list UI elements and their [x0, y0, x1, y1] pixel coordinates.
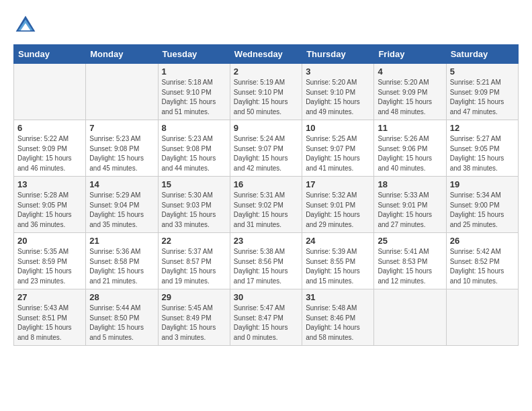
- calendar-cell: [14, 64, 86, 120]
- day-info: Sunrise: 5:26 AM Sunset: 9:06 PM Dayligh…: [378, 134, 442, 173]
- calendar-cell: 15Sunrise: 5:30 AM Sunset: 9:03 PM Dayli…: [158, 177, 230, 233]
- day-number: 2: [234, 66, 298, 77]
- calendar-cell: 4Sunrise: 5:20 AM Sunset: 9:09 PM Daylig…: [374, 64, 446, 120]
- header-day-monday: Monday: [86, 45, 158, 64]
- logo: [13, 13, 42, 38]
- day-info: Sunrise: 5:28 AM Sunset: 9:05 PM Dayligh…: [17, 191, 82, 230]
- calendar-cell: [374, 289, 446, 346]
- day-number: 9: [234, 123, 298, 133]
- day-number: 26: [450, 236, 515, 246]
- calendar-cell: 26Sunrise: 5:42 AM Sunset: 8:52 PM Dayli…: [446, 233, 518, 289]
- day-number: 31: [306, 292, 370, 302]
- calendar-cell: 21Sunrise: 5:36 AM Sunset: 8:58 PM Dayli…: [86, 233, 158, 289]
- calendar-cell: 16Sunrise: 5:31 AM Sunset: 9:02 PM Dayli…: [230, 177, 302, 233]
- calendar-table: SundayMondayTuesdayWednesdayThursdayFrid…: [13, 44, 519, 346]
- header-day-friday: Friday: [374, 45, 446, 64]
- day-info: Sunrise: 5:22 AM Sunset: 9:09 PM Dayligh…: [17, 134, 82, 173]
- calendar-cell: 17Sunrise: 5:32 AM Sunset: 9:01 PM Dayli…: [302, 177, 374, 233]
- calendar-cell: 24Sunrise: 5:39 AM Sunset: 8:55 PM Dayli…: [302, 233, 374, 289]
- header-day-wednesday: Wednesday: [230, 45, 302, 64]
- day-number: 8: [162, 123, 226, 133]
- day-number: 20: [17, 236, 82, 246]
- day-number: 11: [378, 123, 442, 133]
- calendar-cell: 29Sunrise: 5:45 AM Sunset: 8:49 PM Dayli…: [158, 289, 230, 346]
- day-number: 28: [89, 292, 154, 302]
- day-info: Sunrise: 5:25 AM Sunset: 9:07 PM Dayligh…: [306, 134, 370, 173]
- day-info: Sunrise: 5:27 AM Sunset: 9:05 PM Dayligh…: [450, 134, 515, 173]
- day-number: 22: [162, 236, 226, 246]
- calendar-cell: 11Sunrise: 5:26 AM Sunset: 9:06 PM Dayli…: [374, 120, 446, 177]
- calendar-cell: 7Sunrise: 5:23 AM Sunset: 9:08 PM Daylig…: [86, 120, 158, 177]
- calendar-cell: 14Sunrise: 5:29 AM Sunset: 9:04 PM Dayli…: [86, 177, 158, 233]
- calendar-cell: 19Sunrise: 5:34 AM Sunset: 9:00 PM Dayli…: [446, 177, 518, 233]
- day-number: 18: [378, 179, 442, 189]
- day-info: Sunrise: 5:44 AM Sunset: 8:50 PM Dayligh…: [89, 304, 154, 342]
- day-number: 14: [89, 179, 154, 189]
- header-day-thursday: Thursday: [302, 45, 374, 64]
- day-number: 5: [450, 66, 515, 77]
- day-info: Sunrise: 5:35 AM Sunset: 8:59 PM Dayligh…: [17, 247, 82, 286]
- calendar-cell: [86, 64, 158, 120]
- day-info: Sunrise: 5:23 AM Sunset: 9:08 PM Dayligh…: [162, 134, 226, 173]
- calendar-header: SundayMondayTuesdayWednesdayThursdayFrid…: [14, 45, 519, 64]
- day-info: Sunrise: 5:48 AM Sunset: 8:46 PM Dayligh…: [306, 304, 370, 342]
- day-number: 19: [450, 179, 515, 189]
- day-info: Sunrise: 5:19 AM Sunset: 9:10 PM Dayligh…: [234, 78, 298, 117]
- day-number: 6: [17, 123, 82, 133]
- calendar-cell: 28Sunrise: 5:44 AM Sunset: 8:50 PM Dayli…: [86, 289, 158, 346]
- day-info: Sunrise: 5:39 AM Sunset: 8:55 PM Dayligh…: [306, 247, 370, 286]
- day-info: Sunrise: 5:20 AM Sunset: 9:09 PM Dayligh…: [378, 78, 442, 117]
- day-info: Sunrise: 5:32 AM Sunset: 9:01 PM Dayligh…: [306, 191, 370, 230]
- calendar-cell: 5Sunrise: 5:21 AM Sunset: 9:09 PM Daylig…: [446, 64, 518, 120]
- day-info: Sunrise: 5:29 AM Sunset: 9:04 PM Dayligh…: [89, 191, 154, 230]
- week-row-1: 1Sunrise: 5:18 AM Sunset: 9:10 PM Daylig…: [14, 64, 519, 120]
- calendar-body: 1Sunrise: 5:18 AM Sunset: 9:10 PM Daylig…: [14, 64, 519, 346]
- day-number: 10: [306, 123, 370, 133]
- day-number: 1: [162, 66, 226, 77]
- calendar-cell: 31Sunrise: 5:48 AM Sunset: 8:46 PM Dayli…: [302, 289, 374, 346]
- day-number: 29: [162, 292, 226, 302]
- calendar-cell: [446, 289, 518, 346]
- calendar-cell: 13Sunrise: 5:28 AM Sunset: 9:05 PM Dayli…: [14, 177, 86, 233]
- header-row: SundayMondayTuesdayWednesdayThursdayFrid…: [14, 45, 519, 64]
- week-row-5: 27Sunrise: 5:43 AM Sunset: 8:51 PM Dayli…: [14, 289, 519, 346]
- day-info: Sunrise: 5:41 AM Sunset: 8:53 PM Dayligh…: [378, 247, 442, 286]
- day-number: 24: [306, 236, 370, 246]
- day-info: Sunrise: 5:21 AM Sunset: 9:09 PM Dayligh…: [450, 78, 515, 117]
- page-header: [13, 13, 519, 38]
- day-number: 27: [17, 292, 82, 302]
- day-number: 21: [89, 236, 154, 246]
- day-info: Sunrise: 5:18 AM Sunset: 9:10 PM Dayligh…: [162, 78, 226, 117]
- day-info: Sunrise: 5:36 AM Sunset: 8:58 PM Dayligh…: [89, 247, 154, 286]
- calendar-cell: 18Sunrise: 5:33 AM Sunset: 9:01 PM Dayli…: [374, 177, 446, 233]
- calendar-cell: 6Sunrise: 5:22 AM Sunset: 9:09 PM Daylig…: [14, 120, 86, 177]
- calendar-cell: 27Sunrise: 5:43 AM Sunset: 8:51 PM Dayli…: [14, 289, 86, 346]
- header-day-sunday: Sunday: [14, 45, 86, 64]
- day-number: 25: [378, 236, 442, 246]
- day-number: 3: [306, 66, 370, 77]
- day-info: Sunrise: 5:31 AM Sunset: 9:02 PM Dayligh…: [234, 191, 298, 230]
- week-row-3: 13Sunrise: 5:28 AM Sunset: 9:05 PM Dayli…: [14, 177, 519, 233]
- logo-icon: [13, 13, 38, 38]
- day-info: Sunrise: 5:20 AM Sunset: 9:10 PM Dayligh…: [306, 78, 370, 117]
- calendar-cell: 12Sunrise: 5:27 AM Sunset: 9:05 PM Dayli…: [446, 120, 518, 177]
- day-number: 4: [378, 66, 442, 77]
- calendar-cell: 1Sunrise: 5:18 AM Sunset: 9:10 PM Daylig…: [158, 64, 230, 120]
- header-day-saturday: Saturday: [446, 45, 518, 64]
- day-info: Sunrise: 5:33 AM Sunset: 9:01 PM Dayligh…: [378, 191, 442, 230]
- day-info: Sunrise: 5:38 AM Sunset: 8:56 PM Dayligh…: [234, 247, 298, 286]
- calendar-cell: 10Sunrise: 5:25 AM Sunset: 9:07 PM Dayli…: [302, 120, 374, 177]
- day-number: 23: [234, 236, 298, 246]
- calendar-cell: 23Sunrise: 5:38 AM Sunset: 8:56 PM Dayli…: [230, 233, 302, 289]
- day-info: Sunrise: 5:45 AM Sunset: 8:49 PM Dayligh…: [162, 304, 226, 342]
- day-info: Sunrise: 5:34 AM Sunset: 9:00 PM Dayligh…: [450, 191, 515, 230]
- day-info: Sunrise: 5:30 AM Sunset: 9:03 PM Dayligh…: [162, 191, 226, 230]
- day-number: 30: [234, 292, 298, 302]
- calendar-cell: 8Sunrise: 5:23 AM Sunset: 9:08 PM Daylig…: [158, 120, 230, 177]
- calendar-cell: 25Sunrise: 5:41 AM Sunset: 8:53 PM Dayli…: [374, 233, 446, 289]
- day-number: 17: [306, 179, 370, 189]
- day-info: Sunrise: 5:24 AM Sunset: 9:07 PM Dayligh…: [234, 134, 298, 173]
- day-info: Sunrise: 5:47 AM Sunset: 8:47 PM Dayligh…: [234, 304, 298, 342]
- day-number: 13: [17, 179, 82, 189]
- calendar-cell: 2Sunrise: 5:19 AM Sunset: 9:10 PM Daylig…: [230, 64, 302, 120]
